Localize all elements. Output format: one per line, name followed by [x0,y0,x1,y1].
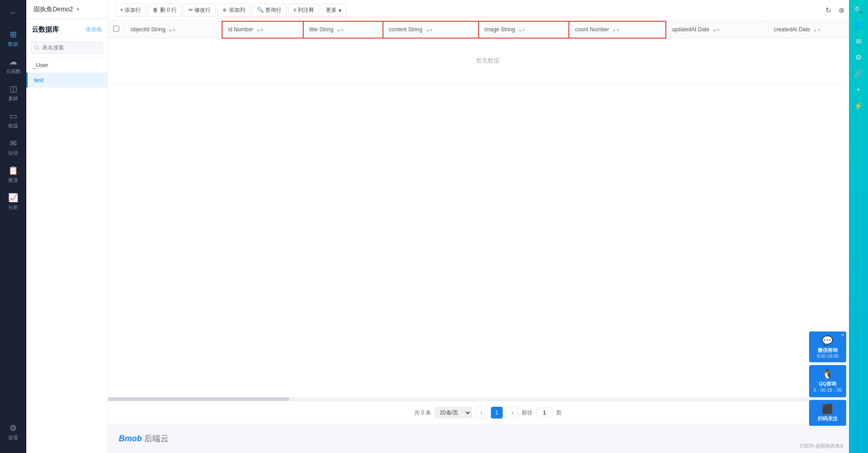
col-id-label: id Number [228,26,253,33]
materials-icon: ◫ [10,84,17,94]
more-button[interactable]: 更多 ▾ [321,4,346,17]
right-search-icon[interactable]: 🔍 [854,5,863,14]
col-title-label: title String [309,26,333,33]
sidebar-item-cloud[interactable]: ☁ 云函数 [0,52,26,79]
nav-panel: 固执鱼Demo2 ▾ 云数据库 添加表 _User test [26,0,108,453]
col-comment-label: ≡ 列注释 [293,6,314,14]
select-all-checkbox[interactable] [113,26,119,32]
wechat-close-icon[interactable]: ✕ [841,332,844,337]
sort-title[interactable]: ▲▼ [337,29,344,32]
sidebar-item-data[interactable]: ⊞ 数据 [0,25,26,52]
support-widget: ✕ 💬 微信咨询 9:00-18:00 🐧 QQ咨询 9：00-18：00 ⬛ … [809,331,846,426]
col-objectId: objectId String ▲▼ [125,21,223,38]
delete-row-button[interactable]: 🗑 删 0 行 [148,4,182,17]
table-list: _User test [26,58,107,453]
sidebar-label-sms: 短信 [8,150,18,156]
sort-createdAt[interactable]: ▲▼ [814,29,821,32]
add-row-button[interactable]: + 添加行 [115,4,146,17]
more-label: 更多 [326,6,337,14]
col-count-label: count Number [575,26,609,33]
pagination: 共 0 条 20条/页 10条/页 50条/页 100条/页 ‹ 1 › 前往 … [108,401,868,424]
qq-support-button[interactable]: 🐧 QQ咨询 9：00-18：00 [809,365,846,397]
footer-note: CSDN @固执的鱼6 [800,443,843,449]
right-global-icon[interactable]: 🌐 [854,21,863,30]
sidebar-item-materials[interactable]: ◫ 素材 [0,79,26,107]
sidebar-item-settings[interactable]: ⚙ 设置 [0,419,26,446]
zoom-button[interactable]: ⊕ [837,4,846,16]
scrollbar-thumb[interactable] [108,397,289,401]
sort-count[interactable]: ▲▼ [612,29,620,32]
prev-page-button[interactable]: ‹ [475,407,487,419]
col-objectId-label: objectId String [131,26,165,33]
cloud-icon: ☁ [9,57,17,67]
sidebar-label-materials: 素材 [8,95,18,102]
sidebar-item-push[interactable]: 📋 推送 [0,161,26,188]
goto-label: 前往 [522,409,533,417]
sidebar-label-settings: 设置 [8,434,18,441]
sidebar-label-analytics: 分析 [8,204,18,211]
table-item-user[interactable]: _User [26,58,107,73]
search-input[interactable] [31,42,103,54]
sort-objectId[interactable]: ▲▼ [169,29,176,32]
sms-icon: ✉ [10,138,17,148]
sort-updatedAt[interactable]: ▲▼ [713,29,720,32]
col-updatedAt-label: updatedAt Date [672,26,709,33]
right-add-icon[interactable]: ＋ [855,85,862,94]
col-id: id Number ▲▼ [222,21,303,38]
sidebar-item-sms[interactable]: ✉ 短信 [0,134,26,161]
refresh-button[interactable]: ↻ [824,4,833,16]
sidebar-label-data: 数据 [8,41,18,48]
sort-id[interactable]: ▲▼ [257,29,264,32]
sidebar-label-revenue: 收益 [8,122,18,129]
toolbar: + 添加行 🗑 删 0 行 ✏ 修改行 ⊕ 添加列 🔍 查询行 ≡ 列注释 更多… [108,0,868,21]
page-input[interactable] [536,408,553,418]
right-message-icon[interactable]: ✉ [856,37,862,46]
sort-image[interactable]: ▲▼ [519,29,526,32]
col-comment-button[interactable]: ≡ 列注释 [288,4,319,17]
revenue-icon: ▭ [10,111,17,121]
col-count: count Number ▲▼ [569,21,665,38]
sidebar-label-push: 推送 [8,177,18,184]
horizontal-scrollbar[interactable] [108,397,868,401]
col-image-label: image String [485,26,515,33]
table-area: objectId String ▲▼ id Number ▲▼ title St… [108,21,868,397]
page-1-button[interactable]: 1 [491,407,503,419]
main-content: + 添加行 🗑 删 0 行 ✏ 修改行 ⊕ 添加列 🔍 查询行 ≡ 列注释 更多… [108,0,868,453]
left-sidebar: ← ⊞ 数据 ☁ 云函数 ◫ 素材 ▭ 收益 ✉ 短信 📋 推送 📈 分析 ⚙ … [0,0,26,453]
add-row-label: + 添加行 [120,6,141,14]
app-dropdown-arrow[interactable]: ▾ [77,6,79,12]
delete-row-label: 🗑 删 0 行 [153,6,177,14]
edit-row-button[interactable]: ✏ 修改行 [184,4,216,17]
col-content-label: content String [389,26,422,33]
qrcode-icon: ⬛ [822,404,833,414]
col-content: content String ▲▼ [383,21,479,38]
edit-row-label: ✏ 修改行 [189,6,211,14]
qq-label: QQ咨询 [819,380,836,387]
sidebar-item-revenue[interactable]: ▭ 收益 [0,107,26,134]
empty-text: 暂无数据 [476,57,499,64]
right-panel: 🔍 🌐 ✉ ⚙ 🔗 ＋ ⚡ [849,0,868,453]
query-row-button[interactable]: 🔍 查询行 [252,4,286,17]
right-settings-icon[interactable]: ⚙ [855,53,862,62]
add-table-button[interactable]: 添加表 [86,26,102,34]
sidebar-item-analytics[interactable]: 📈 分析 [0,188,26,215]
more-dropdown-icon: ▾ [339,7,341,14]
sort-content[interactable]: ▲▼ [426,29,433,32]
col-title: title String ▲▼ [303,21,383,38]
wechat-hours: 9:00-18:00 [817,354,839,359]
table-item-test[interactable]: test [26,73,107,88]
analytics-icon: 📈 [8,193,18,203]
sidebar-label-cloud: 云函数 [6,68,21,75]
add-col-button[interactable]: ⊕ 添加列 [218,4,250,17]
data-icon: ⊞ [10,29,17,39]
app-header: 固执鱼Demo2 ▾ [26,0,107,19]
right-extra-icon[interactable]: ⚡ [854,102,863,110]
right-link-icon[interactable]: 🔗 [854,69,863,78]
back-button[interactable]: ← [5,5,21,21]
qrcode-support-button[interactable]: ⬛ 扫码关注 [809,400,846,426]
wechat-label: 微信咨询 [818,347,838,354]
page-size-select[interactable]: 20条/页 10条/页 50条/页 100条/页 [435,407,472,418]
wechat-support-button[interactable]: ✕ 💬 微信咨询 9:00-18:00 [809,331,846,362]
nav-panel-header: 云数据库 添加表 [26,19,107,38]
next-page-button[interactable]: › [506,407,518,419]
